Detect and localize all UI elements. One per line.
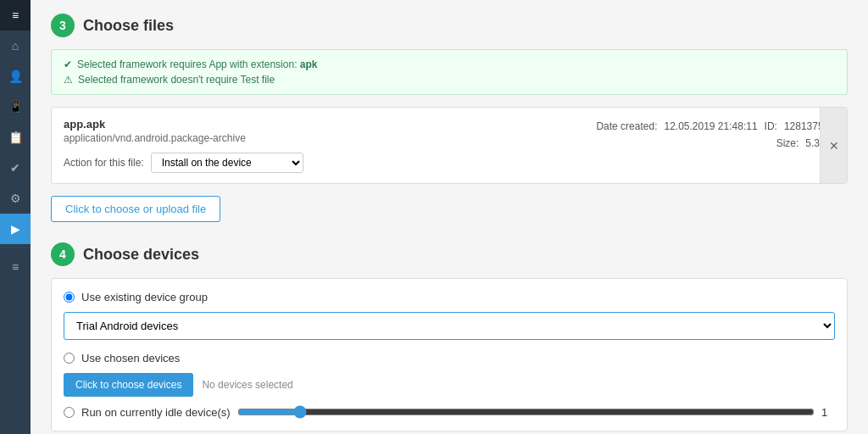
- action-select[interactable]: Install on the device Run as test Upload…: [151, 153, 303, 173]
- use-existing-radio[interactable]: [64, 292, 75, 303]
- alert-text-apk: Selected framework requires App with ext…: [77, 58, 318, 70]
- menu-icon: ≡: [12, 260, 19, 274]
- sidebar-item-menu[interactable]: ≡: [0, 252, 31, 282]
- warning-icon: ⚠: [64, 74, 73, 86]
- choose-devices-button[interactable]: Click to choose devices: [64, 373, 193, 397]
- use-existing-label: Use existing device group: [81, 291, 208, 303]
- file-action-row: Action for this file: Install on the dev…: [64, 153, 579, 173]
- file-card: app.apk application/vnd.android.package-…: [51, 107, 848, 184]
- step4-badge: 4: [51, 242, 75, 266]
- sidebar-item-settings[interactable]: ⚙: [0, 183, 31, 214]
- chosen-devices-row: Click to choose devices No devices selec…: [64, 373, 835, 397]
- action-label: Action for this file:: [64, 157, 144, 169]
- use-chosen-option[interactable]: Use chosen devices: [64, 352, 835, 364]
- use-chosen-radio[interactable]: [64, 353, 75, 364]
- step3-badge: 3: [51, 14, 75, 37]
- no-devices-text: No devices selected: [202, 379, 292, 391]
- idle-count: 1: [821, 406, 835, 419]
- sidebar-divider: [0, 248, 31, 248]
- step3-header: 3 Choose files: [51, 14, 848, 37]
- date-label: Date created:: [596, 118, 657, 135]
- device-group-select[interactable]: Trial Android devices All Android device…: [64, 312, 835, 340]
- settings-icon: ⚙: [10, 192, 21, 205]
- step3-alert: ✔ Selected framework requires App with e…: [51, 49, 848, 95]
- main-content: 3 Choose files ✔ Selected framework requ…: [31, 0, 868, 434]
- idle-slider[interactable]: [237, 405, 815, 419]
- use-idle-radio[interactable]: [64, 407, 75, 418]
- sidebar-item-reports[interactable]: 📋: [0, 122, 31, 153]
- idle-slider-wrap: 1: [237, 405, 835, 419]
- device-group-select-wrap: Trial Android devices All Android device…: [64, 312, 835, 340]
- step4-header: 4 Choose devices: [51, 242, 848, 266]
- devices-box: Use existing device group Trial Android …: [51, 278, 848, 431]
- file-info: app.apk application/vnd.android.package-…: [64, 118, 579, 173]
- sidebar-item-deploy[interactable]: ▶: [0, 214, 31, 244]
- alert-row-apk: ✔ Selected framework requires App with e…: [64, 58, 835, 70]
- users-icon: 👤: [8, 70, 23, 83]
- sidebar-item-users[interactable]: 👤: [0, 61, 31, 92]
- upload-button[interactable]: Click to choose or upload file: [51, 196, 220, 222]
- id-label: ID:: [765, 118, 777, 135]
- idle-row: Run on currently idle device(s) 1: [64, 405, 835, 419]
- logo-icon: ≡: [12, 8, 19, 22]
- size-label: Size:: [776, 135, 799, 152]
- tasks-icon: ✔: [10, 161, 20, 175]
- alert-text-test: Selected framework doesn't require Test …: [78, 74, 275, 86]
- step4-title: Choose devices: [83, 246, 199, 264]
- idle-label: Run on currently idle device(s): [81, 406, 231, 419]
- sidebar-item-devices[interactable]: 📱: [0, 92, 31, 122]
- file-meta: Date created: 12.05.2019 21:48:11 ID: 12…: [596, 118, 835, 153]
- close-icon: ✕: [829, 139, 839, 153]
- date-value: 12.05.2019 21:48:11: [664, 118, 757, 135]
- sidebar-item-home[interactable]: ⌂: [0, 31, 31, 61]
- home-icon: ⌂: [12, 39, 19, 53]
- reports-icon: 📋: [8, 131, 23, 144]
- use-chosen-label: Use chosen devices: [81, 352, 180, 364]
- step3-title: Choose files: [83, 17, 174, 35]
- deploy-icon: ▶: [11, 222, 20, 236]
- file-name: app.apk: [64, 118, 579, 131]
- sidebar: ≡ ⌂ 👤 📱 📋 ✔ ⚙ ▶ ≡: [0, 0, 31, 434]
- file-close-button[interactable]: ✕: [820, 108, 847, 183]
- sidebar-logo: ≡: [0, 0, 31, 31]
- mobile-icon: 📱: [8, 100, 23, 114]
- file-meta-date-row: Date created: 12.05.2019 21:48:11 ID: 12…: [596, 118, 835, 135]
- check-icon: ✔: [64, 58, 72, 70]
- sidebar-item-tasks[interactable]: ✔: [0, 153, 31, 183]
- use-existing-option[interactable]: Use existing device group: [64, 291, 835, 303]
- step3-section: 3 Choose files ✔ Selected framework requ…: [51, 14, 848, 242]
- step4-section: 4 Choose devices Use existing device gro…: [51, 242, 848, 431]
- file-mime: application/vnd.android.package-archive: [64, 132, 579, 144]
- alert-row-test: ⚠ Selected framework doesn't require Tes…: [64, 74, 835, 86]
